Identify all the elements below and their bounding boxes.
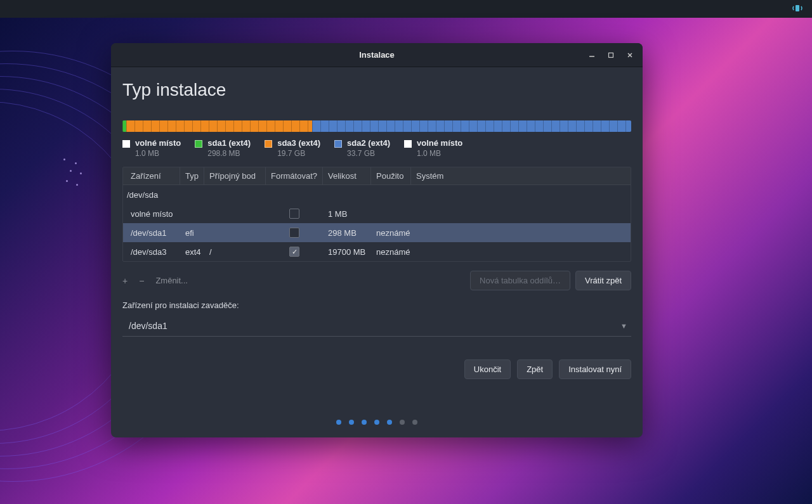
cell-format: ✓ xyxy=(266,247,323,257)
network-tray-icon[interactable] xyxy=(792,4,803,15)
th-type[interactable]: Typ xyxy=(180,167,204,184)
legend-name: sda1 (ext4) xyxy=(207,138,251,148)
cell-device: /dev/sda1 xyxy=(123,228,180,238)
legend-item: sda3 (ext4)19.7 GB xyxy=(265,138,320,158)
legend-swatch xyxy=(404,140,412,148)
legend-name: sda3 (ext4) xyxy=(277,138,320,148)
cell-type: ext4 xyxy=(180,247,204,257)
cell-size: 19700 MB xyxy=(323,247,371,257)
close-button[interactable] xyxy=(622,48,638,63)
legend-size: 19.7 GB xyxy=(277,149,320,158)
disk-usage-bar xyxy=(122,120,631,132)
format-checkbox[interactable]: ✓ xyxy=(289,247,299,257)
remove-partition-button[interactable]: − xyxy=(139,276,144,286)
th-format[interactable]: Formátovat? xyxy=(266,167,323,184)
new-partition-table-button[interactable]: Nová tabulka oddílů… xyxy=(470,271,570,290)
disk-segment xyxy=(126,120,312,132)
th-size[interactable]: Velikost xyxy=(323,167,371,184)
pager-dot[interactable] xyxy=(349,420,354,425)
bootloader-label: Zařízení pro instalaci zavaděče: xyxy=(122,300,631,310)
th-mount[interactable]: Přípojný bod xyxy=(204,167,266,184)
legend-name: volné místo xyxy=(135,138,181,148)
bootloader-device-value: /dev/sda1 xyxy=(129,321,167,331)
th-used[interactable]: Použito xyxy=(371,167,411,184)
legend-swatch xyxy=(122,140,130,148)
th-system[interactable]: Systém xyxy=(411,167,631,184)
chevron-down-icon: ▼ xyxy=(620,322,627,330)
page-title: Typ instalace xyxy=(122,80,631,100)
change-partition-button[interactable]: Změnit... xyxy=(155,276,188,285)
cell-format xyxy=(266,209,323,219)
legend-size: 1.0 MB xyxy=(135,149,181,158)
top-panel xyxy=(0,0,812,18)
table-header: Zařízení Typ Přípojný bod Formátovat? Ve… xyxy=(123,167,631,185)
install-now-button[interactable]: Instalovat nyní xyxy=(559,359,631,379)
legend-name: sda2 (ext4) xyxy=(347,138,390,148)
step-pager xyxy=(122,403,631,437)
legend-item: volné místo1.0 MB xyxy=(122,138,181,158)
legend-name: volné místo xyxy=(417,138,462,148)
format-checkbox[interactable] xyxy=(289,228,299,238)
quit-button[interactable]: Ukončit xyxy=(464,359,511,379)
svg-rect-0 xyxy=(796,5,799,11)
partition-table[interactable]: Zařízení Typ Přípojný bod Formátovat? Ve… xyxy=(122,167,631,262)
back-button[interactable]: Zpět xyxy=(517,359,553,379)
pager-dot[interactable] xyxy=(362,420,367,425)
disk-segment xyxy=(312,120,631,132)
pager-dot[interactable] xyxy=(412,420,417,425)
pager-dot[interactable] xyxy=(387,420,392,425)
minimize-button[interactable] xyxy=(584,48,599,63)
cell-size: 298 MB xyxy=(323,228,371,238)
cell-device: volné místo xyxy=(123,209,180,219)
table-row[interactable]: /dev/sda3ext4/✓19700 MBneznámé xyxy=(123,242,631,261)
svg-rect-2 xyxy=(609,53,613,57)
window-title: Instalace xyxy=(359,50,395,60)
cell-mount: / xyxy=(204,247,266,257)
table-row[interactable]: /dev/sda1efi298 MBneznámé xyxy=(123,223,631,242)
cell-used: neznámé xyxy=(371,247,411,257)
legend-size: 1.0 MB xyxy=(417,149,462,158)
revert-button[interactable]: Vrátit zpět xyxy=(575,271,631,290)
add-partition-button[interactable]: + xyxy=(122,276,128,286)
legend-size: 298.8 MB xyxy=(207,149,251,158)
installer-window: Instalace Typ instalace volné místo1.0 M… xyxy=(111,43,643,437)
legend-swatch xyxy=(265,140,272,148)
cell-size: 1 MB xyxy=(323,209,371,219)
legend-swatch xyxy=(334,140,342,148)
pager-dot[interactable] xyxy=(400,420,405,425)
disk-legend: volné místo1.0 MBsda1 (ext4)298.8 MBsda3… xyxy=(122,138,631,158)
format-checkbox[interactable] xyxy=(289,209,299,219)
legend-item: volné místo1.0 MB xyxy=(404,138,462,158)
legend-swatch xyxy=(195,140,202,148)
cell-used: neznámé xyxy=(371,228,411,238)
cell-device: /dev/sda3 xyxy=(123,247,180,257)
th-device[interactable]: Zařízení xyxy=(123,167,180,184)
cell-format xyxy=(266,228,323,238)
legend-item: sda1 (ext4)298.8 MB xyxy=(195,138,251,158)
pager-dot[interactable] xyxy=(374,420,379,425)
table-row[interactable]: volné místo1 MB xyxy=(123,204,631,223)
cell-type: efi xyxy=(180,228,204,238)
bootloader-device-select[interactable]: /dev/sda1 ▼ xyxy=(122,315,631,337)
legend-item: sda2 (ext4)33.7 GB xyxy=(334,138,390,158)
pager-dot[interactable] xyxy=(336,420,341,425)
table-group-row[interactable]: /dev/sda xyxy=(123,185,631,204)
legend-size: 33.7 GB xyxy=(347,149,390,158)
titlebar[interactable]: Instalace xyxy=(111,43,643,67)
maximize-button[interactable] xyxy=(603,48,619,63)
